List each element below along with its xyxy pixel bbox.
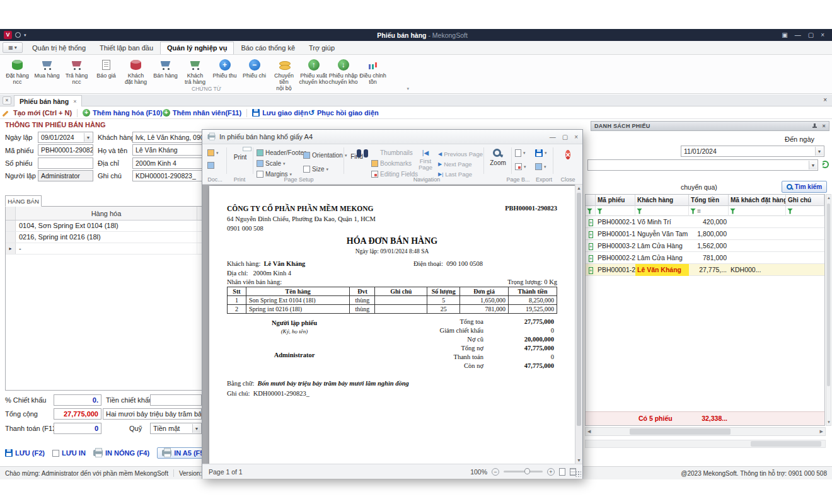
orientation-button[interactable]: Orientation▾ — [303, 152, 347, 159]
document-map-button[interactable]: ▾ — [207, 149, 219, 156]
scroll-thumb[interactable] — [630, 428, 731, 435]
pin-icon[interactable] — [812, 123, 818, 129]
chevron-down-icon[interactable]: ▼ — [809, 161, 817, 169]
menu-tab-quan-ly-nghiep-vu[interactable]: Quản lý nghiệp vụ — [160, 42, 234, 54]
zoom-slider-thumb[interactable] — [524, 468, 530, 474]
expand-plus-icon[interactable]: + — [589, 231, 593, 238]
first-page-button[interactable]: |◀ First Page — [415, 149, 436, 171]
scroll-thumb[interactable] — [577, 193, 581, 426]
thanh-toan-input[interactable]: 0 — [54, 423, 101, 434]
menu-launcher-button[interactable]: ▦▾ — [3, 42, 23, 53]
page-watermark-button[interactable]: ▾ — [515, 163, 526, 170]
menu-tab-thiet-lap[interactable]: Thiết lập ban đầu — [93, 42, 160, 54]
scroll-thumb[interactable] — [827, 203, 830, 386]
so-phieu-input[interactable] — [38, 158, 93, 169]
page-color-button[interactable]: ▾ — [515, 149, 526, 157]
grid-hscrollbar[interactable]: ◀ ▶ — [585, 427, 826, 436]
print-hot-button[interactable]: IN NÓNG (F4) — [93, 449, 149, 457]
header-footer-button[interactable]: Header/Footer — [257, 149, 306, 156]
thumbnails-button[interactable]: Thumbnails — [371, 149, 413, 156]
save-layout-button[interactable]: Lưu giao diện — [252, 109, 308, 117]
scroll-down-icon[interactable]: ▼ — [577, 458, 581, 462]
bookmarks-button[interactable]: Bookmarks — [371, 160, 412, 167]
panel-close-icon[interactable]: × — [822, 123, 826, 129]
filter-icon[interactable] — [690, 209, 696, 214]
scroll-left-icon[interactable]: ◀ — [587, 429, 591, 434]
ma-phieu-input[interactable]: PBH00001-290823 — [38, 144, 93, 156]
checkbox-icon[interactable] — [52, 450, 59, 457]
fit-page-icon[interactable] — [559, 468, 565, 476]
close-icon[interactable]: × — [821, 32, 824, 38]
minimize-icon[interactable]: — — [795, 32, 801, 38]
zoom-out-icon[interactable]: − — [492, 468, 499, 476]
column-header-ghi-chu[interactable]: Ghi chú — [786, 195, 824, 206]
ribbon-item-phieu-xuat-chuyen-kho[interactable]: ↑ Phiếu xuấtchuyển kho — [299, 57, 328, 85]
restore-layout-button[interactable]: ↺ Phục hồi giao diện — [308, 109, 379, 117]
ribbon-item-dat-hang-ncc[interactable]: Đặt hàngncc — [3, 57, 32, 85]
ribbon-item-khach-dat-hang[interactable]: Kháchđặt hàng — [121, 57, 151, 85]
dialog-minimize-icon[interactable]: — — [550, 134, 556, 140]
ribbon-group-caret-icon[interactable]: ▾ — [407, 86, 409, 91]
quick-access-caret-icon[interactable]: ▾ — [24, 33, 26, 38]
dialog-maximize-icon[interactable]: ▢ — [562, 134, 568, 140]
previous-page-button[interactable]: ◀Previous Page — [438, 151, 483, 158]
panel-hscrollbar[interactable] — [585, 440, 826, 448]
ribbon-item-ban-hang[interactable]: Bán hàng — [151, 57, 180, 79]
grid-filter-row[interactable]: = — [586, 206, 824, 216]
expand-plus-icon[interactable]: + — [589, 243, 593, 250]
scroll-down-icon[interactable]: ▼ — [827, 420, 831, 424]
receipt-row[interactable]: + PBH00002-1... Võ Minh Trí 420,000 — [586, 216, 824, 228]
nguoi-lap-input[interactable]: Administrator — [38, 170, 93, 181]
ribbon-item-phieu-nhap-chuyen-kho[interactable]: ↓ Phiếu nhậpchuyển kho — [328, 57, 358, 85]
scroll-thumb[interactable] — [751, 441, 821, 447]
ngay-lap-input[interactable]: 09/01/2024▼ — [38, 132, 93, 143]
tab-phieu-ban-hang[interactable]: Phiếu bán hàng× — [14, 95, 82, 106]
watermark-button[interactable] — [207, 162, 214, 169]
column-header-khach-hang[interactable]: Khách hàng — [635, 195, 689, 206]
scale-button[interactable]: Scale▾ — [257, 160, 286, 167]
ribbon-item-bao-gia[interactable]: Báo giá — [91, 57, 121, 79]
menu-tab-bao-cao[interactable]: Báo cáo thống kê — [234, 42, 302, 54]
column-header-tong-tien[interactable]: Tổng tiền — [689, 195, 729, 206]
size-button[interactable]: Size▾ — [303, 166, 328, 173]
menu-tab-tro-giup[interactable]: Trợ giúp — [302, 42, 342, 54]
preview-vscrollbar[interactable]: ▲ ▼ — [575, 185, 582, 464]
ribbon-item-phieu-chi[interactable]: − Phiếu chi — [240, 57, 269, 79]
save-button[interactable]: LƯU (F2) — [5, 449, 45, 457]
tabs-close-right-icon[interactable]: × — [823, 96, 827, 103]
preview-area[interactable]: CÔNG TY CỔ PHẦN PHẦN MỀM MEKONG PBH00001… — [202, 185, 582, 464]
zoom-in-icon[interactable]: + — [547, 468, 555, 476]
pct-chiet-khau-input[interactable]: 0. — [54, 394, 101, 406]
add-employee-button[interactable]: + Thêm nhân viên(F11) — [163, 109, 241, 117]
quy-select[interactable]: Tiền mặt▼ — [150, 423, 202, 434]
filter-combo[interactable]: ▼ — [587, 159, 818, 171]
add-item-button[interactable]: + Thêm hàng hóa (F10) — [83, 109, 163, 117]
close-preview-button[interactable]: × — [555, 148, 581, 162]
ribbon-item-dieu-chinh-ton[interactable]: Điều chỉnh tồn — [358, 57, 388, 85]
scroll-right-icon[interactable]: ▶ — [820, 429, 823, 434]
tab-close-icon[interactable]: × — [73, 98, 76, 105]
filter-icon[interactable] — [637, 209, 642, 214]
search-button[interactable]: Tìm kiếm — [782, 181, 827, 193]
den-ngay-input[interactable]: 11/01/2024▼ — [681, 146, 824, 157]
expand-plus-icon[interactable]: + — [589, 267, 593, 274]
column-header-ma-khach-dat-hang[interactable]: Mã khách đặt hàng — [729, 195, 786, 206]
grid-vscrollbar[interactable]: ▲ ▼ — [826, 194, 831, 426]
print-button[interactable]: Print — [229, 149, 251, 161]
filter-icon[interactable] — [587, 209, 592, 214]
receipt-row[interactable]: + PBH00002-2... Lâm Cửa Hàng 781,000 — [586, 252, 824, 264]
ribbon-item-mua-hang[interactable]: Mua hàng — [32, 57, 62, 79]
receipt-row[interactable]: + PBH00001-1... Nguyễn Văn Tam 1,800,000 — [586, 228, 824, 240]
tien-chiet-khau-input[interactable] — [150, 394, 202, 406]
filter-icon[interactable] — [597, 209, 603, 214]
ribbon-item-phieu-thu[interactable]: + Phiếu thu — [210, 57, 240, 79]
style-icon[interactable]: ▣ — [782, 32, 787, 38]
quick-access-icon[interactable] — [15, 32, 21, 38]
menu-tab-quan-tri[interactable]: Quản trị hệ thống — [25, 42, 93, 54]
column-header-hang-hoa[interactable]: Hàng hóa — [16, 207, 197, 220]
chevron-down-icon[interactable]: ▼ — [192, 424, 200, 433]
filter-icon[interactable] — [730, 209, 736, 214]
dialog-titlebar[interactable]: In phiếu bán hàng khổ giấy A4 — ▢ × — [202, 130, 582, 144]
dialog-close-icon[interactable]: × — [574, 134, 578, 140]
scroll-up-icon[interactable]: ▲ — [577, 186, 581, 190]
